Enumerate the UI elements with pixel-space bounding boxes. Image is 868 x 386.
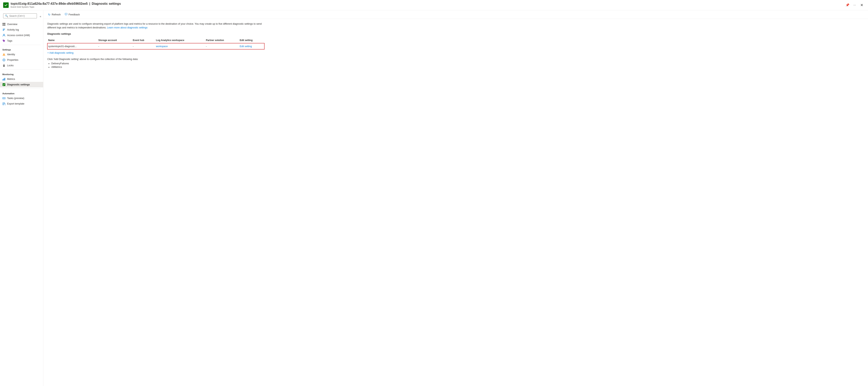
feedback-label: Feedback (69, 13, 80, 16)
sidebar-item-tasks[interactable]: Tasks (preview) (0, 95, 43, 101)
identity-label: Identity (7, 53, 15, 56)
title-separator: | (89, 2, 90, 5)
overview-label: Overview (7, 23, 18, 26)
list-item-all-metrics: AllMetrics (51, 66, 864, 68)
col-header-storage: Storage account (98, 37, 132, 43)
sidebar-item-tags[interactable]: Tags (0, 38, 43, 43)
header-title-block: topic01stg-811a624a-8a77-437e-89de-dfeb5… (11, 2, 844, 8)
automation-section-label: Automation (0, 90, 43, 95)
header-actions: 📌 ··· ✕ (844, 2, 865, 8)
locks-label: Locks (7, 64, 13, 67)
page-title: topic01stg-811a624a-8a77-437e-89de-dfeb5… (11, 2, 844, 5)
refresh-button[interactable]: ↻ Refresh (46, 12, 62, 17)
svg-rect-3 (3, 25, 4, 26)
tags-icon (2, 39, 5, 42)
sidebar-item-overview[interactable]: Overview (0, 22, 43, 27)
list-item-delivery-failures: DeliveryFailures (51, 62, 864, 65)
search-input[interactable] (9, 14, 35, 18)
svg-rect-17 (4, 78, 5, 81)
monitoring-section-label: Monitoring (0, 71, 43, 76)
svg-point-9 (3, 40, 4, 40)
properties-icon (2, 58, 5, 62)
cell-eventhub: - (132, 43, 155, 49)
sidebar-item-identity[interactable]: ! Identity (0, 52, 43, 57)
diagnostic-settings-title: Diagnostic settings (92, 2, 121, 5)
svg-rect-1 (3, 23, 4, 24)
svg-rect-4 (4, 25, 5, 26)
diagnostic-table: Name Storage account Event hub Log Analy… (48, 37, 265, 50)
table-header-row: Name Storage account Event hub Log Analy… (48, 37, 265, 43)
activity-icon (2, 28, 5, 31)
sidebar-item-activity-log[interactable]: Activity log (0, 27, 43, 33)
description-text: Diagnostic settings are used to configur… (48, 22, 265, 30)
svg-rect-7 (3, 30, 4, 31)
resource-name: topic01stg-811a624a-8a77-437e-89de-dfeb5… (11, 2, 88, 5)
diagnostic-settings-label: Diagnostic settings (7, 83, 30, 86)
feedback-button[interactable]: Feedback (63, 12, 82, 17)
collapse-button[interactable]: « (39, 14, 42, 18)
resource-subtitle: Event Grid System Topic (11, 6, 844, 8)
learn-more-link[interactable]: Learn more about diagnostic settings (107, 26, 148, 29)
metrics-label: Metrics (7, 78, 15, 81)
search-box[interactable]: 🔍 (3, 13, 37, 18)
cell-name: systemtopic01-diagnosti... (48, 43, 98, 49)
sidebar-item-metrics[interactable]: Metrics (0, 76, 43, 82)
refresh-label: Refresh (52, 13, 61, 16)
overview-icon (2, 23, 5, 26)
tags-label: Tags (7, 39, 12, 42)
resource-icon (3, 2, 9, 8)
diagnostic-section-title: Diagnostic settings (48, 32, 864, 35)
sidebar-item-iam[interactable]: Access control (IAM) (0, 33, 43, 38)
add-setting-label: + Add diagnostic setting (48, 52, 73, 54)
cell-partner: - (205, 43, 239, 49)
tasks-label: Tasks (preview) (7, 97, 24, 100)
cell-workspace: workspace (155, 43, 205, 49)
workspace-link[interactable]: workspace (156, 45, 168, 48)
locks-icon (2, 64, 5, 67)
sidebar-item-locks[interactable]: Locks (0, 63, 43, 68)
col-header-workspace: Log Analytics workspace (155, 37, 205, 43)
svg-rect-14 (3, 65, 5, 67)
cell-storage: - (98, 43, 132, 49)
sidebar-item-diagnostic-settings[interactable]: Diagnostic settings (0, 82, 43, 87)
svg-text:!: ! (4, 54, 4, 56)
export-template-label: Export template (7, 102, 25, 105)
sidebar-item-properties[interactable]: Properties (0, 57, 43, 63)
sidebar: 🔍 « Overview Activity log Access control… (0, 10, 43, 386)
close-button[interactable]: ✕ (859, 2, 865, 8)
more-button[interactable]: ··· (852, 3, 857, 8)
page-header: topic01stg-811a624a-8a77-437e-89de-dfeb5… (0, 0, 868, 10)
main-layout: 🔍 « Overview Activity log Access control… (0, 10, 868, 386)
content-body: Diagnostic settings are used to configur… (43, 19, 868, 72)
monitoring-divider (2, 69, 41, 70)
svg-rect-16 (4, 78, 4, 81)
col-header-name: Name (48, 37, 98, 43)
pin-button[interactable]: 📌 (844, 2, 850, 8)
col-header-edit: Edit setting (239, 37, 265, 43)
iam-icon (2, 34, 5, 37)
svg-rect-6 (3, 30, 4, 30)
main-content: ↻ Refresh Feedback Diagnostic settings a… (43, 10, 868, 386)
toolbar: ↻ Refresh Feedback (43, 10, 868, 19)
properties-label: Properties (7, 59, 18, 61)
export-icon (2, 102, 5, 105)
metrics-icon (2, 77, 5, 81)
search-icon: 🔍 (5, 14, 8, 18)
col-header-eventhub: Event hub (132, 37, 155, 43)
svg-point-8 (3, 34, 4, 35)
activity-log-label: Activity log (7, 28, 19, 31)
tasks-icon (2, 97, 5, 100)
table-row: systemtopic01-diagnosti... - - workspace… (48, 43, 265, 49)
automation-divider (2, 89, 41, 89)
svg-rect-5 (3, 29, 5, 29)
feedback-icon (65, 13, 67, 16)
data-types-list: DeliveryFailures AllMetrics (48, 62, 864, 68)
sidebar-item-export-template[interactable]: Export template (0, 101, 43, 106)
settings-section-label: Settings (0, 46, 43, 52)
edit-setting-link[interactable]: Edit setting (240, 45, 252, 48)
cell-edit: Edit setting (239, 43, 265, 49)
svg-rect-2 (4, 23, 5, 24)
diagnostic-icon (2, 83, 5, 86)
svg-point-13 (4, 60, 4, 60)
add-diagnostic-setting-link[interactable]: + Add diagnostic setting (48, 52, 73, 54)
